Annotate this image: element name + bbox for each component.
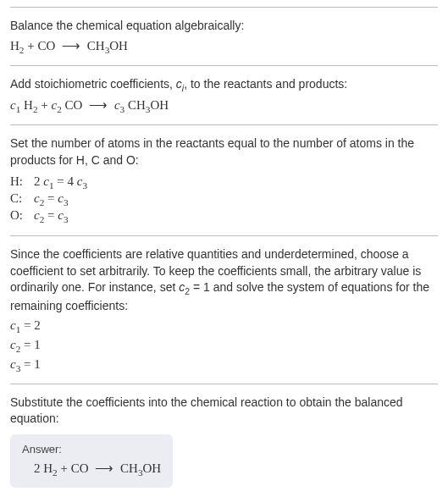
answer-intro: Substitute the coefficients into the che… (10, 395, 438, 428)
c-sub-3: 3 (82, 180, 87, 191)
plus-1: + (38, 98, 52, 112)
atom-label-o: O: (10, 208, 25, 224)
sym-ch: CH (87, 39, 105, 52)
atom-row-c: C: c2 = c3 (10, 191, 438, 207)
eq-sign: = 4 (54, 174, 77, 188)
atom-eq-o: c2 = c3 (34, 208, 69, 224)
c-var: c (34, 191, 40, 205)
answer-box: Answer: 2 H2 + CO ⟶ CH3OH (10, 434, 173, 488)
species-ch3oh: CH3OH (87, 39, 128, 52)
sym-oh: OH (109, 39, 128, 52)
arrow-icon: ⟶ (62, 38, 80, 53)
eq-sign: = (44, 191, 58, 205)
c-val: = 1 (20, 338, 40, 351)
text-part-b: , to the reactants and products: (184, 77, 347, 91)
coef-2: 2 (34, 461, 43, 475)
section-answer: Substitute the coefficients into the che… (10, 384, 438, 497)
c-val: = 2 (20, 318, 40, 332)
c-var: c (10, 318, 16, 332)
atom-label-h: H: (10, 174, 25, 191)
plus-sign: + (24, 39, 37, 52)
atom-row-o: O: c2 = c3 (10, 208, 438, 224)
atom-eq-h: 2 c1 = 4 c3 (34, 174, 87, 191)
sp-oh: OH (150, 98, 169, 112)
coef-2: 2 (34, 174, 43, 188)
c-var: c (34, 208, 40, 222)
result-c2: c2 = 1 (10, 338, 438, 354)
atom-row-h: H: 2 c1 = 4 c3 (10, 174, 438, 191)
species-h2: H2 (10, 39, 24, 52)
arrow-icon: ⟶ (95, 461, 113, 476)
section-coefficients: Add stoichiometric coefficients, ci, to … (10, 65, 438, 124)
plus-sign: + (58, 461, 71, 475)
section-problem: Balance the chemical equation algebraica… (10, 7, 438, 65)
atom-intro: Set the number of atoms in the reactants… (10, 135, 438, 168)
sp-ch: CH (124, 98, 146, 112)
result-c1: c1 = 2 (10, 318, 438, 334)
unbalanced-equation: H2 + CO ⟶ CH3OH (10, 38, 438, 55)
result-c3: c3 = 1 (10, 357, 438, 373)
c-sub-3: 3 (64, 214, 69, 224)
c-var-r: c (58, 208, 64, 222)
arrow-icon: ⟶ (89, 97, 108, 113)
coeff-intro: Add stoichiometric coefficients, ci, to … (10, 76, 438, 94)
atom-label-c: C: (10, 191, 25, 207)
section-atom-equations: Set the number of atoms in the reactants… (10, 124, 438, 235)
text-part-a: Add stoichiometric coefficients, (10, 77, 176, 91)
c-var: c (10, 338, 16, 351)
prompt-text: Balance the chemical equation algebraica… (10, 18, 438, 35)
ci-var: c (176, 77, 182, 91)
sym-h: H (43, 461, 53, 475)
c-sub-3: 3 (64, 197, 69, 207)
section-solve: Since the coefficients are relative quan… (10, 235, 438, 383)
c3-var: c (114, 98, 120, 112)
c-var: c (10, 357, 16, 371)
solve-text: Since the coefficients are relative quan… (10, 246, 438, 314)
c-val: = 1 (20, 357, 40, 371)
eq-one: = 1 (190, 280, 210, 294)
eq-sign: = (44, 208, 58, 222)
coeff-equation: c1 H2 + c2 CO ⟶ c3 CH3OH (10, 97, 438, 114)
c-var: c (43, 174, 49, 188)
c1-var: c (10, 98, 16, 112)
atom-eq-c: c2 = c3 (34, 191, 69, 207)
species-co: CO (37, 39, 55, 52)
balanced-equation: 2 H2 + CO ⟶ CH3OH (22, 461, 161, 478)
sym-co: CO (71, 461, 89, 475)
answer-label: Answer: (22, 443, 161, 456)
sp-co: CO (62, 98, 83, 112)
sym-oh: OH (143, 461, 162, 475)
c-var-r: c (58, 191, 64, 205)
sym-ch: CH (120, 461, 138, 475)
sp-h: H (20, 98, 33, 112)
sym-h: H (10, 39, 19, 52)
